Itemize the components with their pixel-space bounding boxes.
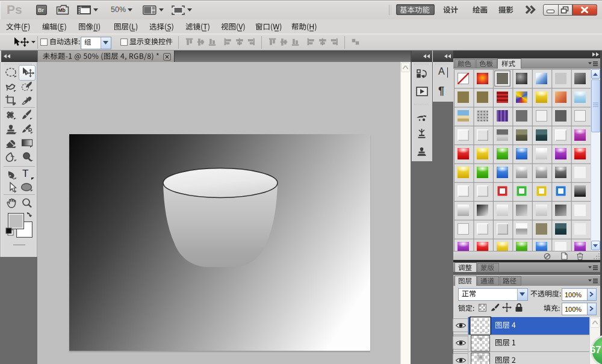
- svg-text:67: 67: [590, 344, 601, 355]
